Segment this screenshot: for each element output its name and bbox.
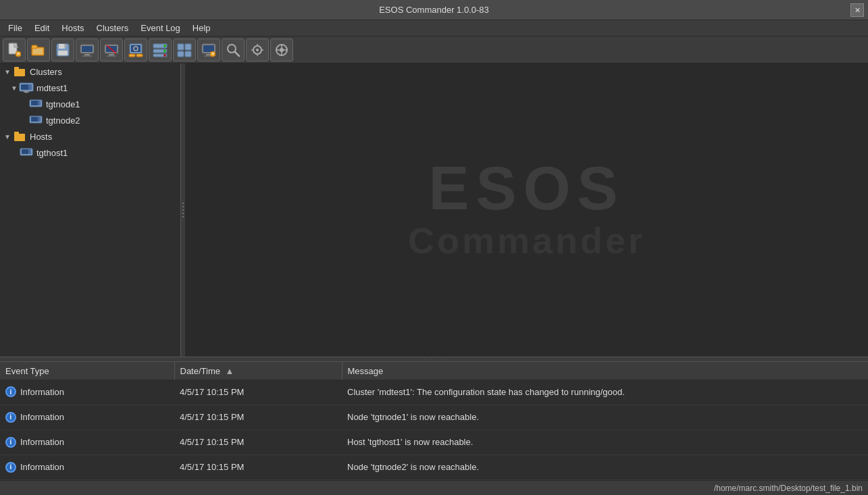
info-icon: i — [5, 412, 16, 423]
toggle-hosts[interactable]: ▼ — [3, 133, 12, 140]
toolbar-search[interactable] — [222, 38, 245, 61]
toolbar-hosts2[interactable]: + — [197, 38, 220, 61]
close-button[interactable]: ✕ — [850, 3, 864, 17]
svg-point-30 — [163, 54, 166, 57]
title-bar: ESOS Commander 1.0.0-83 ✕ — [0, 0, 868, 20]
toggle-clusters[interactable]: ▼ — [3, 68, 12, 76]
svg-rect-72 — [28, 149, 31, 154]
svg-rect-64 — [38, 101, 41, 105]
svg-rect-56 — [14, 67, 19, 70]
toggle-mdtest1[interactable]: ▼ — [9, 84, 19, 92]
event-message-cell: Host 'tgthost1' is now reachable. — [342, 429, 868, 454]
svg-rect-68 — [14, 134, 25, 141]
resize-dots — [182, 203, 184, 217]
svg-point-29 — [163, 49, 166, 52]
tree-tgtnode2-label: tgtnode2 — [46, 115, 80, 126]
tree-panel[interactable]: ▼ Clusters ▼ mdtest1 ▶ tgtnode1 — [0, 63, 181, 357]
watermark-esos: ESOS — [428, 158, 624, 219]
table-row[interactable]: i Information 4/5/17 10:15 PM Cluster 'm… — [0, 380, 868, 405]
menu-help[interactable]: Help — [187, 22, 216, 34]
event-datetime-cell: 4/5/17 10:15 PM — [174, 429, 342, 454]
event-type-cell: i Information — [0, 454, 174, 479]
sort-indicator-datetime: ▲ — [226, 366, 234, 376]
svg-rect-31 — [178, 44, 184, 50]
svg-rect-32 — [185, 44, 191, 50]
clusters-folder-icon — [12, 66, 27, 78]
event-type-cell: i Information — [0, 380, 174, 405]
col-header-message[interactable]: Message — [342, 362, 868, 380]
svg-point-44 — [256, 49, 259, 51]
menu-bar: File Edit Hosts Clusters Event Log Help — [0, 20, 868, 36]
tgtnode1-icon — [28, 98, 43, 110]
tree-mdtest1[interactable]: ▼ mdtest1 — [0, 80, 180, 96]
table-row[interactable]: i Information 4/5/17 10:15 PM Host 'tgth… — [0, 429, 868, 454]
toolbar-open[interactable] — [27, 38, 50, 61]
col-header-type[interactable]: Event Type — [0, 362, 174, 380]
svg-text:+: + — [17, 51, 20, 57]
svg-rect-67 — [38, 117, 41, 122]
event-type-cell: i Information — [0, 405, 174, 429]
toolbar-cluster[interactable] — [149, 38, 172, 61]
svg-rect-33 — [178, 51, 184, 57]
table-row[interactable]: i Information 4/5/17 10:15 PM Node 'tgtn… — [0, 454, 868, 479]
toolbar-save[interactable] — [51, 38, 74, 61]
tgthost1-icon — [19, 147, 34, 159]
svg-rect-59 — [28, 84, 32, 90]
event-type-cell: i Information — [0, 429, 174, 454]
app-title: ESOS Commander 1.0.0-83 — [379, 5, 489, 15]
svg-rect-12 — [82, 46, 93, 52]
menu-hosts[interactable]: Hosts — [56, 22, 89, 34]
event-message-cell: Cluster 'mdtest1': The configuration sta… — [342, 380, 868, 405]
toolbar-connect[interactable] — [76, 38, 99, 61]
svg-point-50 — [280, 48, 284, 52]
svg-point-28 — [163, 45, 166, 47]
tree-clusters-label: Clusters — [30, 67, 62, 77]
svg-rect-23 — [129, 54, 135, 57]
horizontal-resize-handle[interactable]: · · · · · · · · — [0, 357, 868, 362]
menu-eventlog[interactable]: Event Log — [135, 22, 186, 34]
top-pane: ▼ Clusters ▼ mdtest1 ▶ tgtnode1 — [0, 63, 868, 357]
watermark-commander: Commander — [408, 219, 645, 263]
toolbar-disconnect[interactable] — [100, 38, 123, 61]
watermark: ESOS Commander — [408, 158, 645, 263]
svg-rect-8 — [59, 44, 65, 49]
mdtest1-icon — [19, 82, 34, 94]
svg-rect-10 — [58, 51, 68, 55]
tree-hosts-label: Hosts — [30, 132, 52, 142]
event-datetime-cell: 4/5/17 10:15 PM — [174, 380, 342, 405]
event-table: Event Type Date/Time ▲ Message i — [0, 362, 868, 480]
menu-file[interactable]: File — [3, 22, 28, 34]
svg-rect-9 — [64, 44, 66, 47]
info-icon: i — [5, 437, 16, 448]
toolbar-nodes[interactable] — [173, 38, 196, 61]
svg-rect-14 — [82, 55, 92, 57]
toolbar-view[interactable] — [246, 38, 269, 61]
svg-rect-34 — [185, 51, 191, 57]
menu-clusters[interactable]: Clusters — [91, 22, 134, 34]
table-header-row: Event Type Date/Time ▲ Message — [0, 362, 868, 380]
col-header-datetime[interactable]: Date/Time ▲ — [174, 362, 342, 380]
tree-tgthost1[interactable]: ▶ tgthost1 — [0, 145, 180, 161]
table-row[interactable]: i Information 4/5/17 10:15 PM Node 'tgtn… — [0, 405, 868, 429]
status-text: /home/marc.smith/Desktop/test_file_1.bin — [714, 484, 863, 493]
svg-rect-6 — [33, 49, 43, 54]
tree-tgtnode1[interactable]: ▶ tgtnode1 — [0, 96, 180, 112]
toggle-tgtnode1: ▶ — [19, 101, 28, 108]
toolbar: + + — [0, 36, 868, 63]
svg-rect-18 — [107, 55, 116, 57]
hosts-folder-icon — [12, 130, 27, 142]
menu-edit[interactable]: Edit — [29, 22, 55, 34]
tree-hosts-root[interactable]: ▼ Hosts — [0, 128, 180, 145]
tree-clusters-root[interactable]: ▼ Clusters — [0, 63, 180, 80]
toolbar-log[interactable] — [270, 38, 293, 61]
toolbar-new-doc[interactable]: + — [3, 38, 26, 61]
event-datetime-cell: 4/5/17 10:15 PM — [174, 405, 342, 429]
toolbar-config[interactable] — [124, 38, 147, 61]
toggle-tgthost1: ▶ — [9, 149, 19, 157]
event-message-cell: Node 'tgtnode2' is now reachable. — [342, 454, 868, 479]
main-area: ▼ Clusters ▼ mdtest1 ▶ tgtnode1 — [0, 63, 868, 480]
info-icon: i — [5, 386, 16, 397]
svg-text:+: + — [211, 51, 215, 57]
tree-tgthost1-label: tgthost1 — [36, 148, 68, 158]
tree-tgtnode2[interactable]: ▶ tgtnode2 — [0, 112, 180, 128]
